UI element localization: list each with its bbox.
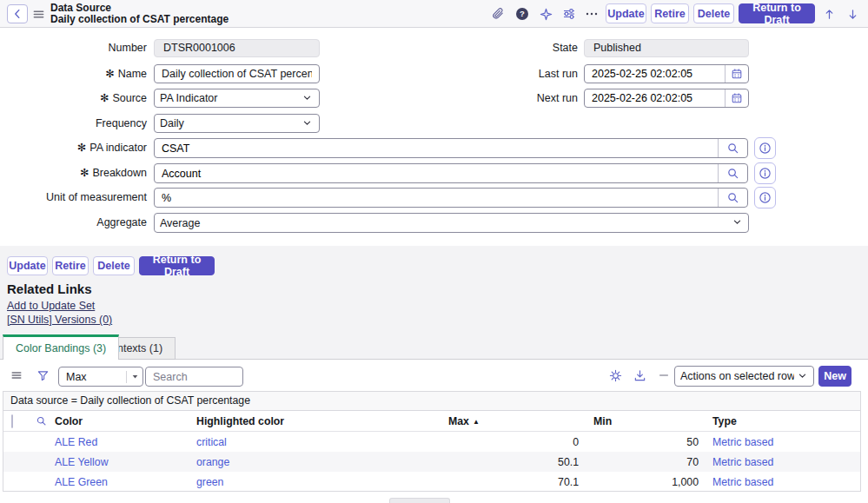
list-search-input[interactable] (145, 367, 243, 387)
chevron-left-icon (11, 8, 23, 20)
required-marker: ✻ (77, 142, 86, 154)
required-marker: ✻ (100, 92, 109, 104)
search-icon (726, 142, 739, 155)
color-bandings-list: Data source = Daily collection of CSAT p… (3, 391, 861, 492)
collapse-list-icon[interactable] (654, 366, 673, 385)
retire-button-header[interactable]: Retire (651, 3, 689, 23)
list-breadcrumb[interactable]: Data source = Daily collection of CSAT p… (3, 392, 860, 411)
required-marker: ✻ (105, 68, 114, 80)
last-run-field (584, 64, 749, 83)
column-header-type[interactable]: Type (704, 415, 860, 427)
reference-lookup-button[interactable] (718, 189, 747, 207)
max-value: 0 (445, 436, 584, 448)
color-link[interactable]: ALE Yellow (55, 456, 109, 468)
calendar-icon (731, 92, 743, 104)
frequency-select[interactable]: Daily (154, 114, 320, 133)
state-field: Published (584, 39, 749, 57)
state-label: State (434, 39, 578, 57)
breakdown-info-button[interactable] (754, 162, 776, 184)
info-icon (759, 167, 772, 180)
filter-icon[interactable] (33, 366, 52, 385)
min-value: 1,000 (584, 476, 704, 488)
aggregate-select[interactable]: Average (154, 213, 749, 233)
search-field-selector-value: Max (59, 371, 126, 383)
source-select[interactable]: PA Indicator (154, 89, 320, 108)
reference-lookup-button[interactable] (718, 139, 747, 157)
column-header-color[interactable]: Color (52, 415, 196, 427)
return-to-draft-button[interactable]: Return to Draft (139, 256, 215, 275)
table-header-row: Color Highlighted color Max▲ Min Type (3, 411, 860, 432)
calendar-button[interactable] (725, 89, 748, 107)
column-header-min[interactable]: Min (584, 415, 704, 427)
color-link[interactable]: ALE Green (55, 476, 108, 488)
next-run-input[interactable] (585, 89, 725, 107)
update-button[interactable]: Update (7, 256, 48, 275)
name-input[interactable] (154, 64, 320, 83)
export-icon[interactable] (630, 366, 649, 385)
calendar-button[interactable] (725, 65, 748, 83)
breakdown-input[interactable] (155, 164, 718, 182)
type-link[interactable]: Metric based (712, 476, 773, 488)
retire-button[interactable]: Retire (52, 256, 89, 275)
column-header-max[interactable]: Max▲ (445, 415, 584, 427)
highlighted-color-link[interactable]: orange (196, 456, 229, 468)
column-search-icon[interactable] (30, 415, 52, 427)
reference-lookup-button[interactable] (718, 164, 747, 182)
ai-sparkle-icon[interactable] (536, 4, 555, 23)
related-links-heading: Related Links (7, 281, 92, 296)
max-value: 50.1 (445, 456, 584, 468)
help-icon[interactable]: ? (513, 4, 532, 23)
update-button-header[interactable]: Update (606, 3, 646, 23)
new-button[interactable]: New (818, 366, 851, 387)
frequency-label: Frequency (0, 114, 147, 133)
tab-color-bandings[interactable]: Color Bandings (3) (3, 334, 119, 360)
unit-label: Unit of measurement (0, 188, 147, 208)
next-run-field (584, 89, 749, 108)
highlighted-color-link[interactable]: green (196, 476, 223, 488)
sn-utils-versions-link[interactable]: [SN Utils] Versions (0) (7, 314, 112, 326)
next-run-label: Next run (434, 89, 578, 108)
svg-text:?: ? (520, 9, 525, 18)
unit-input[interactable] (155, 189, 718, 207)
record-title: Daily collection of CSAT percentage (50, 14, 229, 25)
scroll-down-icon[interactable] (843, 4, 862, 23)
select-all-checkbox[interactable] (11, 414, 13, 428)
pa-indicator-input[interactable] (155, 139, 718, 157)
max-value: 70.1 (445, 476, 584, 488)
table-row: ALE Green green 70.1 1,000 Metric based (3, 472, 860, 492)
table-row: ALE Yellow orange 50.1 70 Metric based (3, 452, 860, 472)
scroll-up-icon[interactable] (819, 4, 838, 23)
last-run-label: Last run (434, 64, 578, 83)
actions-on-selected-rows-select[interactable]: Actions on selected rows... (674, 366, 814, 387)
delete-button-header[interactable]: Delete (693, 3, 734, 23)
search-field-selector[interactable]: Max (58, 367, 143, 387)
pa-indicator-info-button[interactable] (754, 137, 776, 159)
last-run-input[interactable] (585, 65, 725, 83)
info-icon (759, 142, 772, 155)
personalize-icon[interactable] (560, 4, 579, 23)
search-icon (726, 167, 739, 180)
unit-info-button[interactable] (754, 187, 776, 208)
gear-icon[interactable] (606, 366, 625, 385)
number-label: Number (0, 39, 147, 57)
menu-icon[interactable] (29, 4, 48, 23)
type-link[interactable]: Metric based (712, 436, 773, 448)
more-icon[interactable] (582, 4, 601, 23)
min-value: 70 (584, 456, 704, 468)
name-label: ✻Name (0, 64, 147, 83)
number-field: DTSR0001006 (154, 39, 320, 57)
breakdown-label: ✻Breakdown (0, 163, 147, 183)
highlighted-color-link[interactable]: critical (196, 436, 227, 448)
list-footer-actions-cutoff (389, 498, 450, 503)
list-menu-icon[interactable] (7, 366, 26, 385)
return-to-draft-button-header[interactable]: Return to Draft (739, 3, 815, 23)
back-button[interactable] (7, 4, 28, 23)
add-to-update-set-link[interactable]: Add to Update Set (7, 300, 95, 312)
column-header-highlighted-color[interactable]: Highlighted color (196, 415, 445, 427)
info-icon (759, 191, 772, 204)
delete-button[interactable]: Delete (93, 256, 135, 275)
min-value: 50 (584, 436, 704, 448)
color-link[interactable]: ALE Red (55, 436, 97, 448)
type-link[interactable]: Metric based (712, 456, 773, 468)
attachment-icon[interactable] (488, 4, 507, 23)
